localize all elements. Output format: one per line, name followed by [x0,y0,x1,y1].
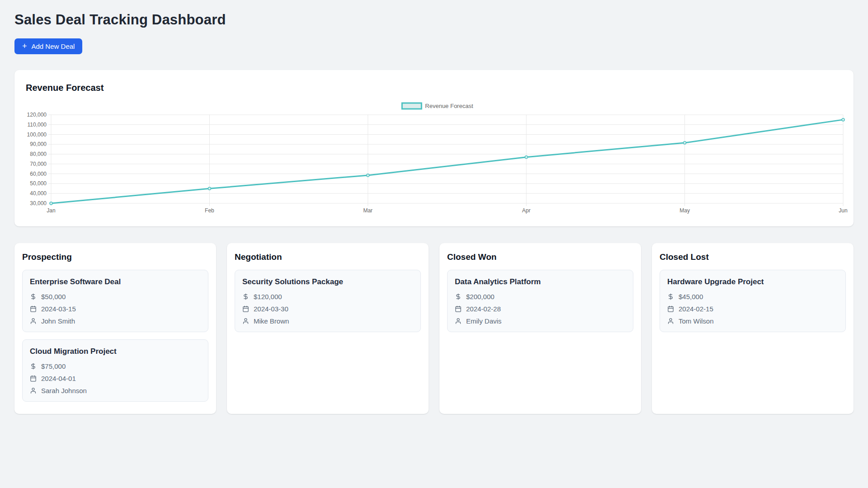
deal-owner-row: John Smith [30,317,201,325]
svg-text:70,000: 70,000 [30,161,47,167]
user-icon [30,318,37,324]
calendar-icon [30,305,37,312]
deal-value: $75,000 [41,362,66,370]
deal-date: 2024-03-30 [254,305,288,313]
deal-owner-row: Tom Wilson [667,317,838,325]
svg-text:40,000: 40,000 [30,190,47,197]
deal-owner: Mike Brown [254,317,289,325]
deal-owner: John Smith [41,317,75,325]
deal-date: 2024-04-01 [41,375,76,382]
svg-text:60,000: 60,000 [30,171,47,177]
deal-owner-row: Sarah Johnson [30,387,201,394]
kanban-board: Prospecting Enterprise Software Deal $50… [14,243,854,414]
svg-text:May: May [679,207,690,214]
revenue-forecast-card: Revenue Forecast 30,00040,00050,00060,00… [14,70,854,226]
deal-name: Cloud Migration Project [30,347,201,356]
column-title: Prospecting [22,252,208,262]
calendar-icon [242,305,249,312]
data-point [525,156,528,159]
deal-owner-row: Mike Brown [242,317,413,325]
deal-date: 2024-03-15 [41,305,76,313]
calendar-icon [455,305,462,312]
calendar-icon [30,375,37,382]
data-point [208,187,211,190]
svg-text:100,000: 100,000 [27,131,47,138]
deal-value-row: $50,000 [30,293,201,300]
deal-date-row: 2024-03-30 [242,305,413,313]
deal-card[interactable]: Security Solutions Package $120,000 2024… [235,270,421,332]
svg-text:Jun: Jun [839,207,847,214]
svg-text:Mar: Mar [363,207,373,214]
data-point [842,118,844,121]
deal-value-row: $200,000 [455,293,626,300]
deal-value-row: $75,000 [30,362,201,370]
revenue-forecast-chart[interactable]: 30,00040,00050,00060,00070,00080,00090,0… [26,101,848,222]
data-point [50,202,52,205]
deal-name: Security Solutions Package [242,277,413,286]
data-point [684,141,686,144]
deal-date-row: 2024-03-15 [30,305,201,313]
svg-text:90,000: 90,000 [30,141,47,147]
dollar-sign-icon [30,293,37,300]
deal-value: $120,000 [254,293,282,300]
page-title: Sales Deal Tracking Dashboard [14,12,854,28]
user-icon [455,318,462,324]
deal-name: Hardware Upgrade Project [667,277,838,286]
user-icon [242,318,249,324]
plus-icon: + [22,42,27,50]
column-closed-lost: Closed Lost Hardware Upgrade Project $45… [652,243,854,414]
deal-owner: Tom Wilson [679,317,714,325]
deal-card[interactable]: Hardware Upgrade Project $45,000 2024-02… [660,270,846,332]
dollar-sign-icon [30,363,37,370]
deal-owner: Sarah Johnson [41,387,87,394]
deal-date: 2024-02-15 [679,305,713,313]
deal-date-row: 2024-02-28 [455,305,626,313]
column-prospecting: Prospecting Enterprise Software Deal $50… [14,243,216,414]
svg-text:Revenue Forecast: Revenue Forecast [425,103,473,109]
chart-title: Revenue Forecast [26,82,842,94]
dashboard-page: Sales Deal Tracking Dashboard + Add New … [0,0,868,488]
deal-value: $200,000 [466,293,495,300]
deal-owner-row: Emily Davis [455,317,626,325]
svg-text:120,000: 120,000 [27,112,47,118]
calendar-icon [667,305,674,312]
deal-date-row: 2024-04-01 [30,375,201,382]
column-title: Closed Lost [660,252,846,262]
svg-text:110,000: 110,000 [28,122,47,128]
revenue-line [51,120,843,203]
add-new-deal-label: Add New Deal [32,42,75,50]
user-icon [667,318,674,324]
column-title: Closed Won [447,252,633,262]
svg-text:80,000: 80,000 [30,151,47,157]
chart-legend: Revenue Forecast [402,103,473,109]
deal-card[interactable]: Cloud Migration Project $75,000 2024-04-… [22,339,208,402]
deal-card[interactable]: Enterprise Software Deal $50,000 2024-03… [22,270,208,332]
svg-text:Feb: Feb [205,207,214,214]
svg-text:30,000: 30,000 [30,200,47,206]
column-negotiation: Negotiation Security Solutions Package $… [227,243,429,414]
column-title: Negotiation [235,252,421,262]
svg-text:50,000: 50,000 [30,180,47,187]
deal-owner: Emily Davis [466,317,501,325]
deal-value-row: $120,000 [242,293,413,300]
deal-date: 2024-02-28 [466,305,501,313]
deal-card[interactable]: Data Analytics Platform $200,000 2024-02… [447,270,633,332]
dollar-sign-icon [242,293,249,300]
dollar-sign-icon [455,293,462,300]
add-new-deal-button[interactable]: + Add New Deal [14,38,82,54]
deal-name: Enterprise Software Deal [30,277,201,286]
user-icon [30,387,37,394]
data-point [367,174,369,177]
column-closed-won: Closed Won Data Analytics Platform $200,… [439,243,641,414]
deal-value: $50,000 [41,293,66,300]
deal-name: Data Analytics Platform [455,277,626,286]
deal-value-row: $45,000 [667,293,838,300]
deal-date-row: 2024-02-15 [667,305,838,313]
deal-value: $45,000 [679,293,703,300]
svg-text:Jan: Jan [47,207,55,214]
dollar-sign-icon [667,293,674,300]
svg-text:Apr: Apr [522,207,531,214]
